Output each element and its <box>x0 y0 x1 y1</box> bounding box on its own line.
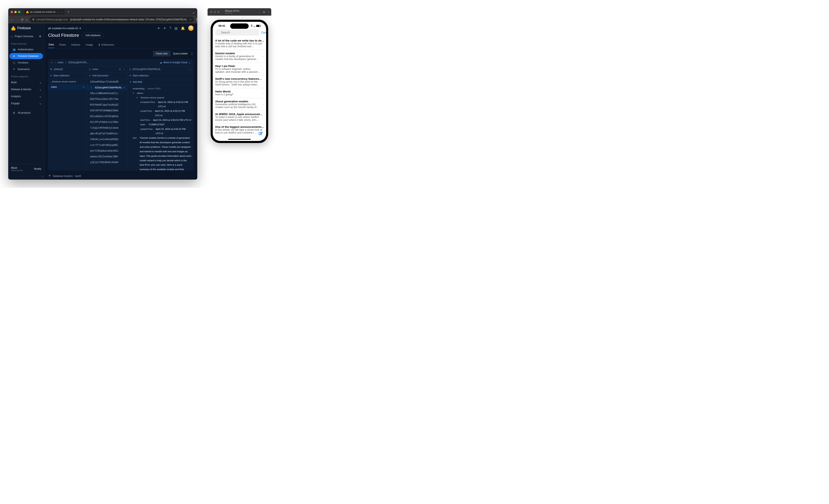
share-icon[interactable]: ⤴ <box>268 11 269 13</box>
sidebar-category-release-monitor[interactable]: Release & Monitor ⌄ <box>8 86 44 93</box>
field-row[interactable]: completeTime: April 24, 2024 at 4:55:31 … <box>130 100 191 109</box>
breadcrumb-home-icon[interactable]: ⌂ <box>51 61 52 64</box>
note-list-item[interactable]: Gemini modelsGemini is a family of gener… <box>213 50 266 63</box>
notifications-icon[interactable]: 🔔 <box>181 26 185 30</box>
document-item[interactable]: qWzv0FyKTqYl0wR8YaCc <box>87 131 127 136</box>
document-item[interactable]: CMucncMB0a6mtHuoD2ji <box>87 91 127 96</box>
more-menu-icon[interactable]: ⋮ <box>190 52 193 56</box>
document-item[interactable]: li5gqJcNtHeQmJyLkpea <box>87 125 127 131</box>
note-list-item[interactable]: About generative modelsGenerative artifi… <box>213 98 266 111</box>
start-collection-document[interactable]: + Start collection <box>128 73 193 79</box>
modify-plan-link[interactable]: Modify <box>34 168 41 170</box>
field-row[interactable]: createTime: April 24, 2024 at 4:55:21 PM… <box>130 109 191 118</box>
document-item[interactable]: kbJJPFafXmb5utuCFWOx <box>87 119 127 125</box>
maximize-window-button[interactable] <box>217 11 220 13</box>
more-in-gcloud-link[interactable]: ☁ More in Google Cloud ⌄ <box>160 61 191 64</box>
sidebar-item-authentication[interactable]: 👥 Authentication <box>9 46 43 52</box>
reload-button[interactable]: ⟳ <box>21 18 24 22</box>
spark-icon[interactable]: ✦ <box>164 26 166 30</box>
start-collection-root[interactable]: + Start collection <box>48 73 87 79</box>
field-row[interactable]: embedding: vector<768> <box>130 86 191 91</box>
document-item[interactable]: EB2Yh9xw1S6ecCBlC7Ae <box>87 96 127 102</box>
document-item[interactable]: wHaeorE0CIedtWaCIBMr <box>87 154 127 159</box>
home-icon[interactable]: ⌂ <box>259 11 260 13</box>
add-document-button[interactable]: + Add document <box>87 73 127 79</box>
column-menu-icon[interactable]: ⋮ <box>123 68 125 71</box>
column-menu-icon[interactable]: ⋮ <box>189 68 191 71</box>
close-tab-button[interactable]: × <box>61 11 63 13</box>
tab-rules[interactable]: Rules <box>59 41 66 48</box>
home-button[interactable]: ⌂ <box>26 18 28 22</box>
sidebar-item-extensions[interactable]: ✦ Extensions <box>9 66 43 72</box>
home-indicator[interactable] <box>228 139 251 140</box>
add-field-button[interactable]: + Add field <box>128 79 193 85</box>
forward-button[interactable]: → <box>15 18 19 22</box>
cancel-search-button[interactable]: Cancel <box>261 31 266 34</box>
note-list-item[interactable]: A lot of the code we write has to de…A s… <box>213 37 266 50</box>
document-item[interactable]: OSGYXPF4F2K6NWmS3Rbh <box>87 108 127 113</box>
compose-button[interactable] <box>258 131 263 137</box>
document-item[interactable]: vzsrfrTsa6thBSpapN6l <box>87 142 127 148</box>
add-database-button[interactable]: Add database <box>82 32 104 38</box>
back-button[interactable]: ← <box>10 18 13 22</box>
settings-gear-icon[interactable]: ⚙ <box>39 35 41 38</box>
query-builder-button[interactable]: Query builder <box>173 52 188 55</box>
document-item[interactable]: y26jksfYBSd83Rv30sWY <box>87 159 127 165</box>
help-icon[interactable]: ? <box>169 26 171 30</box>
theme-toggle-icon[interactable]: ☀ <box>157 26 160 30</box>
collection-item[interactable]: notes › <box>48 84 87 89</box>
panel-view-button[interactable]: Panel view <box>153 51 171 57</box>
search-input[interactable] <box>215 29 259 36</box>
tab-usage[interactable]: Usage <box>85 41 93 48</box>
screenshot-icon[interactable]: ▣ <box>263 11 265 13</box>
sidebar-brand[interactable]: Firebase <box>8 24 44 33</box>
field-row[interactable]: startTime: April 24, 2024 at 4:55:31 PM … <box>130 118 191 122</box>
minimize-window-button[interactable] <box>214 11 216 13</box>
user-avatar[interactable] <box>188 26 193 31</box>
bookmark-icon[interactable]: ☆ <box>189 18 191 21</box>
collapse-toggle-icon[interactable]: ▾ <box>133 91 135 96</box>
note-list-item[interactable]: Hello WorldHow is it going?› <box>213 88 266 98</box>
document-item[interactable]: w5z7CXDqGAeuuKOe1MuJ <box>87 148 127 154</box>
breadcrumb-item[interactable]: 6ZDaUg9t4VO5l… <box>68 61 89 64</box>
collapse-toggle-icon[interactable]: ▾ <box>137 96 139 100</box>
field-row[interactable]: text: "Gemini models Gemini is a family … <box>130 136 191 171</box>
field-row[interactable]: state: "COMPLETED" <box>130 122 191 127</box>
tab-overflow-button[interactable]: ⌄ <box>192 9 195 14</box>
project-selector[interactable]: pfr-codelab-fvs-mobile-01 ▾ <box>48 27 81 30</box>
note-list-item[interactable]: At WWDC 2019, Apple announced…To make it… <box>213 111 266 123</box>
field-row[interactable]: ▾ firestore-vector-search <box>130 96 191 100</box>
sidebar-category-engage[interactable]: Engage ⌄ <box>8 100 44 107</box>
tab-data[interactable]: Data <box>48 41 54 48</box>
collection-item[interactable]: _firestore-vector-search <box>48 79 87 84</box>
project-overview-link[interactable]: ⌂ Project Overview ⚙ <box>8 33 44 40</box>
sidebar-all-products[interactable]: ⊞ All products <box>9 110 43 116</box>
close-window-button[interactable] <box>11 11 13 13</box>
sidebar-item-firestore-database[interactable]: ≋ Firestore Database <box>9 53 43 59</box>
document-item[interactable]: ⋮6ZDaUg9t4VO5lbPREAIL› <box>87 85 127 91</box>
document-item[interactable]: OUJsdQa6vLV4T8IqR6ak <box>87 113 127 119</box>
breadcrumb-item[interactable]: notes <box>57 61 63 64</box>
field-row[interactable]: ▾ status <box>130 91 191 96</box>
document-item[interactable]: tVKnHcjvwlnhOoe09VB3 <box>87 136 127 142</box>
field-row[interactable]: updateTime: April 24, 2024 at 4:55:31 PM… <box>130 127 191 136</box>
extensions-icon[interactable]: ⧉ <box>196 18 197 22</box>
notes-list[interactable]: A lot of the code we write has to de…A s… <box>213 37 266 141</box>
sidebar-category-analytics[interactable]: Analytics ⌄ <box>8 93 44 100</box>
minimize-window-button[interactable] <box>14 11 16 13</box>
tab-indexes[interactable]: Indexes <box>71 41 80 48</box>
sidebar-item-functions[interactable]: (·) Functions <box>9 60 43 66</box>
note-list-item[interactable]: Hey! I am PeterI'm a software engineer, … <box>213 63 266 75</box>
document-item[interactable]: MI4YKm6Olapw7aLWVyDZ <box>87 102 127 108</box>
close-window-button[interactable] <box>210 11 212 13</box>
filter-icon[interactable]: ≡ <box>119 68 121 71</box>
tab-extensions[interactable]: ⬇Extensions <box>98 41 114 48</box>
maximize-window-button[interactable] <box>18 11 20 13</box>
note-list-item[interactable]: One of the biggest announcements…In this… <box>213 123 266 136</box>
site-settings-icon[interactable]: ⚙ <box>32 18 35 21</box>
note-list-item[interactable]: Swift's new concurrency features…As Doug… <box>213 75 266 88</box>
notes-icon[interactable]: ▤ <box>175 26 178 30</box>
document-item[interactable]: 243ee9h6kpv7Zzdxdo9D <box>87 79 127 85</box>
browser-tab[interactable]: pfr-codelab-fvs-mobile-01 - … × <box>24 9 65 14</box>
collapse-sidebar-button[interactable]: ‹ <box>8 173 44 180</box>
